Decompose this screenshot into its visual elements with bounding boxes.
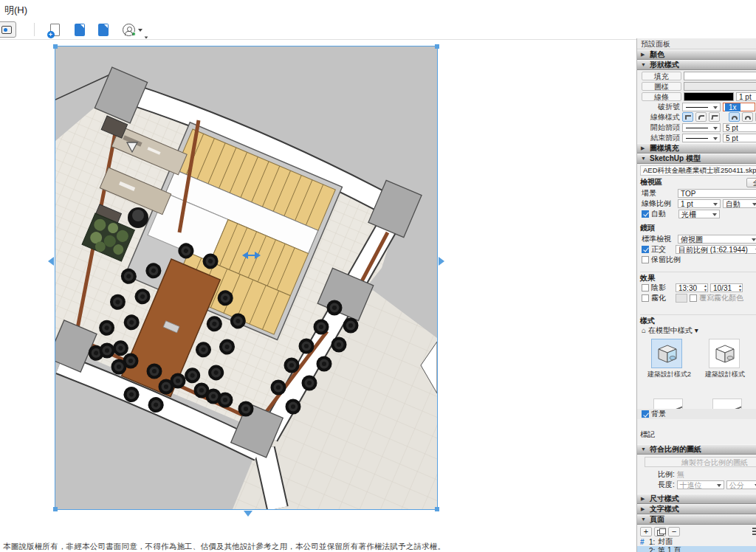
- reset-all-button[interactable]: 全部重設: [746, 178, 756, 187]
- stroke-width-combo[interactable]: 1 pt: [736, 92, 756, 101]
- resize-handle-se[interactable]: [435, 507, 439, 511]
- fill-toggle[interactable]: 填充: [642, 72, 681, 80]
- home-icon: ⌂: [642, 326, 646, 334]
- fill-swatch[interactable]: [684, 72, 756, 80]
- join-bevel-button[interactable]: [709, 112, 720, 122]
- join-miter-button[interactable]: [682, 112, 693, 122]
- model-file-row[interactable]: AED科技金融產業碩士班250411.skp ⟳: [640, 165, 756, 176]
- end-arrow-size-combo[interactable]: 5 pt: [723, 134, 756, 142]
- account-button[interactable]: [120, 22, 137, 38]
- resize-handle-nw[interactable]: [53, 44, 58, 49]
- scale-value: 無: [677, 469, 684, 480]
- page-row[interactable]: # 1:封面: [637, 537, 756, 546]
- render-mode-combo[interactable]: 光柵: [678, 210, 720, 218]
- dash-scale-input[interactable]: 1x: [723, 103, 755, 111]
- blue-page-icon2: [98, 24, 109, 36]
- resize-handle-sw[interactable]: [53, 507, 58, 511]
- ortho-checkbox[interactable]: [642, 246, 649, 253]
- preserve-scale-checkbox[interactable]: [642, 256, 649, 263]
- fog-color-swatch[interactable]: [676, 294, 687, 303]
- style-thumb-partial[interactable]: [712, 399, 742, 409]
- copyright-text: 本圖說版權所有，非經本公司書面同意，不得作為施工、估價及其他設計參考之用，本公司…: [3, 542, 445, 552]
- section-sketchup-model[interactable]: ▼SketchUp 模型: [637, 153, 756, 164]
- resize-arrow-bottom[interactable]: [244, 511, 252, 517]
- export-file-button[interactable]: [94, 22, 112, 38]
- section-shape-style[interactable]: ▼形狀樣式: [637, 60, 756, 70]
- start-arrow-size-combo[interactable]: 5 pt: [723, 123, 756, 132]
- collapse-arrow-icon: ▶: [641, 49, 647, 60]
- length-unit-combo[interactable]: 公分: [726, 480, 756, 489]
- toolbar: +: [0, 21, 756, 39]
- insert-file-button[interactable]: [71, 22, 89, 38]
- section-pattern-fill[interactable]: ▶圖樣填充: [637, 143, 756, 153]
- drawing-canvas[interactable]: 本圖說版權所有，非經本公司書面同意，不得作為施工、估價及其他設計參考之用，本公司…: [0, 39, 636, 552]
- duplicate-page-button[interactable]: [654, 527, 666, 537]
- style-thumb-partial[interactable]: [653, 399, 683, 409]
- delete-page-button[interactable]: −: [668, 527, 680, 537]
- default-tray-panel: 預設面板 ▶顏色 ▼形狀樣式 填充 圖樣 線條1 pt 破折號1x 線條樣式 開…: [636, 38, 756, 552]
- stroke-toggle[interactable]: 線條: [642, 92, 681, 101]
- model-file-name: AED科技金融產業碩士班250411.skp: [643, 166, 756, 176]
- shadow-time-spinner[interactable]: 13:30: [676, 283, 708, 292]
- tray-title: 預設面板: [637, 38, 756, 49]
- pages-toolbar: + −: [640, 526, 756, 537]
- section-dimension-style[interactable]: ▶尺寸樣式: [637, 494, 756, 504]
- stroke-swatch[interactable]: [684, 92, 734, 101]
- style-thumb-label: 建築設計樣式: [705, 370, 743, 379]
- collapse-arrow-icon: ▶: [641, 494, 647, 504]
- resize-handle-ne[interactable]: [435, 44, 439, 49]
- ortho-scale-combo[interactable]: 目前比例 (1:62.1944): [676, 245, 756, 254]
- sketchup-viewport[interactable]: [55, 46, 437, 509]
- start-arrow-dropdown[interactable]: [682, 123, 721, 132]
- shadows-checkbox[interactable]: [642, 284, 649, 291]
- cap-round-button[interactable]: [742, 112, 753, 122]
- auto-render-checkbox[interactable]: [642, 210, 649, 218]
- resize-arrow-right[interactable]: [439, 257, 444, 266]
- pattern-toggle[interactable]: 圖樣: [642, 82, 681, 91]
- line-scale-combo[interactable]: 1 pt: [678, 199, 721, 208]
- background-checkbox[interactable]: [642, 410, 649, 418]
- presentation-button[interactable]: [0, 21, 16, 38]
- pattern-swatch[interactable]: [684, 82, 756, 91]
- in-model-styles-dropdown[interactable]: 在模型中樣式 ▾: [648, 325, 698, 336]
- fog-checkbox[interactable]: [642, 294, 649, 302]
- section-scaled-drawing[interactable]: ▼符合比例的圖紙: [637, 444, 756, 455]
- collapse-arrow-icon: ▶: [641, 143, 647, 153]
- collapse-arrow-icon: ▶: [641, 504, 647, 514]
- new-document-icon: +: [50, 24, 60, 36]
- dash-pattern-dropdown[interactable]: [682, 103, 721, 111]
- override-fog-checkbox[interactable]: [690, 294, 697, 302]
- length-format-combo[interactable]: 十進位: [677, 480, 724, 489]
- section-colors[interactable]: ▶顏色: [637, 49, 756, 60]
- section-text-style[interactable]: ▶文字樣式: [637, 504, 756, 514]
- shadow-date-spinner[interactable]: 10/31: [710, 283, 743, 292]
- join-round-button[interactable]: [695, 112, 707, 122]
- style-thumb-selected[interactable]: 建築設計樣式2: [647, 339, 686, 379]
- background-label: 背景: [651, 409, 666, 419]
- scene-combo[interactable]: TOP: [678, 189, 756, 198]
- section-pages[interactable]: ▼頁面: [637, 514, 756, 525]
- ortho-label: 正交: [651, 244, 673, 255]
- end-arrow-label: 結束箭頭: [642, 133, 680, 143]
- page-row-selected[interactable]: 2:第 1 頁: [637, 546, 756, 552]
- std-view-combo[interactable]: 俯視圖: [678, 235, 756, 244]
- add-page-button[interactable]: +: [640, 527, 652, 537]
- camera-group-label: 鏡頭: [640, 223, 655, 233]
- style-thumb[interactable]: 建築設計樣式: [705, 339, 743, 379]
- floor-plan-drawing: [55, 46, 437, 509]
- viewport-group-label: 檢視區: [640, 177, 662, 187]
- presentation-icon: [1, 26, 12, 34]
- cap-flat-button[interactable]: [729, 112, 740, 122]
- page-list-view-icon[interactable]: [752, 528, 756, 535]
- new-document-button[interactable]: +: [46, 22, 63, 38]
- line-scale-label: 線條比例: [642, 199, 676, 209]
- fog-label: 霧化: [651, 293, 673, 303]
- online-status-dot: [131, 32, 136, 36]
- make-scaled-drawing-button[interactable]: 繪製符合比例的圖紙: [645, 457, 756, 467]
- shadows-label: 陰影: [651, 283, 673, 293]
- menu-help[interactable]: 明(H): [4, 4, 27, 17]
- line-scale-auto-combo[interactable]: 自動: [723, 199, 756, 208]
- resize-arrow-left[interactable]: [48, 257, 54, 266]
- style-cube-icon: [709, 339, 740, 368]
- end-arrow-dropdown[interactable]: [682, 134, 721, 142]
